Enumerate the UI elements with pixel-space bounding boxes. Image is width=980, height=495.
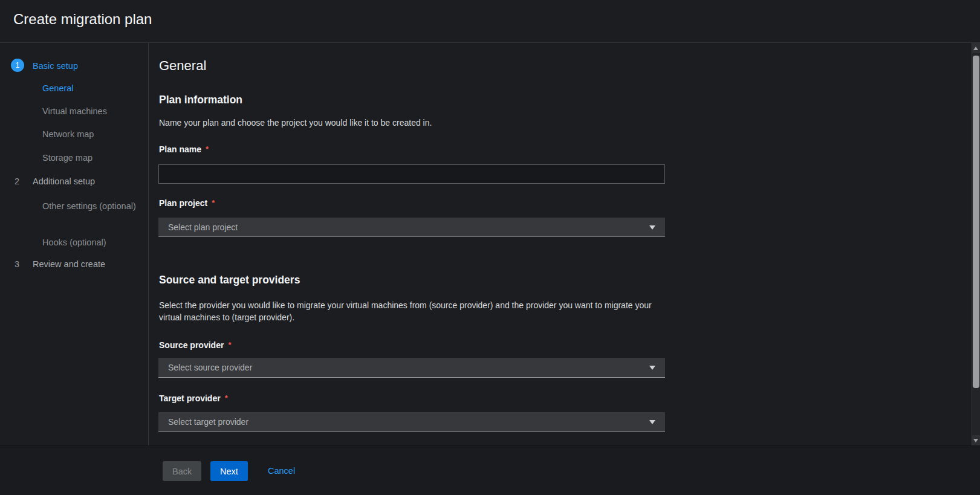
caret-down-icon (649, 420, 655, 424)
wizard-footer: Back Next Cancel (0, 445, 980, 495)
step-3-number: 3 (15, 259, 19, 269)
next-button[interactable]: Next (210, 461, 248, 481)
required-asterisk: * (225, 393, 228, 403)
required-asterisk: * (206, 144, 209, 154)
back-button[interactable]: Back (163, 461, 201, 481)
plan-project-label: Plan project* (159, 198, 215, 208)
wizard-title: Create migration plan (13, 11, 152, 28)
plan-name-label: Plan name* (159, 144, 209, 154)
vertical-scrollbar[interactable] (972, 43, 980, 445)
caret-down-icon (649, 366, 655, 370)
plan-name-input[interactable] (158, 164, 665, 184)
create-migration-plan-wizard: Create migration plan 1 Basic setup Gene… (0, 0, 980, 495)
source-provider-placeholder: Select source provider (168, 363, 252, 372)
plan-information-description: Name your plan and choose the project yo… (159, 117, 432, 129)
nav-substep-hooks[interactable]: Hooks (optional) (0, 236, 148, 250)
required-asterisk: * (212, 198, 215, 207)
target-provider-placeholder: Select target provider (168, 417, 248, 427)
nav-step-additional-setup-label: Additional setup (33, 176, 95, 186)
nav-step-basic-setup-label: Basic setup (33, 61, 78, 71)
nav-substep-other-settings[interactable]: Other settings (optional) (0, 200, 148, 225)
nav-step-review-and-create[interactable]: 3 Review and create (0, 259, 148, 273)
nav-step-additional-setup[interactable]: 2 Additional setup (0, 176, 148, 190)
target-provider-label: Target provider* (159, 393, 228, 403)
plan-project-placeholder: Select plan project (168, 222, 238, 232)
required-asterisk: * (228, 340, 231, 349)
providers-description: Select the provider you would like to mi… (159, 299, 672, 323)
target-provider-select[interactable]: Select target provider (158, 412, 665, 432)
nav-substep-storage-map[interactable]: Storage map (0, 152, 148, 165)
nav-step-review-and-create-label: Review and create (33, 259, 105, 269)
wizard-nav: 1 Basic setup General Virtual machines N… (0, 43, 149, 445)
source-provider-select[interactable]: Select source provider (158, 358, 665, 378)
nav-substep-general-label: General (42, 82, 74, 94)
nav-substep-general[interactable]: General (0, 82, 148, 95)
wizard-header: Create migration plan (0, 0, 980, 43)
scrollbar-up-button[interactable] (972, 43, 980, 53)
nav-substep-storage-map-label: Storage map (42, 152, 92, 164)
scrollbar-down-button[interactable] (972, 435, 980, 445)
source-provider-label: Source provider* (159, 340, 231, 350)
nav-step-basic-setup[interactable]: 1 Basic setup (0, 59, 148, 72)
plan-project-select[interactable]: Select plan project (158, 218, 665, 237)
nav-substep-network-map-label: Network map (42, 128, 94, 140)
step-2-number: 2 (15, 176, 19, 186)
scrollbar-thumb[interactable] (973, 56, 979, 388)
arrow-down-icon (973, 439, 978, 442)
page-title: General (159, 58, 206, 74)
step-1-badge: 1 (11, 59, 24, 72)
nav-substep-hooks-label: Hooks (optional) (42, 236, 106, 248)
nav-substep-network-map[interactable]: Network map (0, 128, 148, 141)
caret-down-icon (649, 225, 655, 230)
plan-information-heading: Plan information (159, 94, 242, 106)
nav-substep-other-settings-label: Other settings (optional) (42, 200, 136, 212)
arrow-up-icon (973, 47, 978, 50)
cancel-link[interactable]: Cancel (268, 466, 295, 476)
nav-substep-virtual-machines-label: Virtual machines (42, 105, 107, 117)
nav-substep-virtual-machines[interactable]: Virtual machines (0, 105, 148, 118)
providers-heading: Source and target providers (159, 274, 300, 286)
